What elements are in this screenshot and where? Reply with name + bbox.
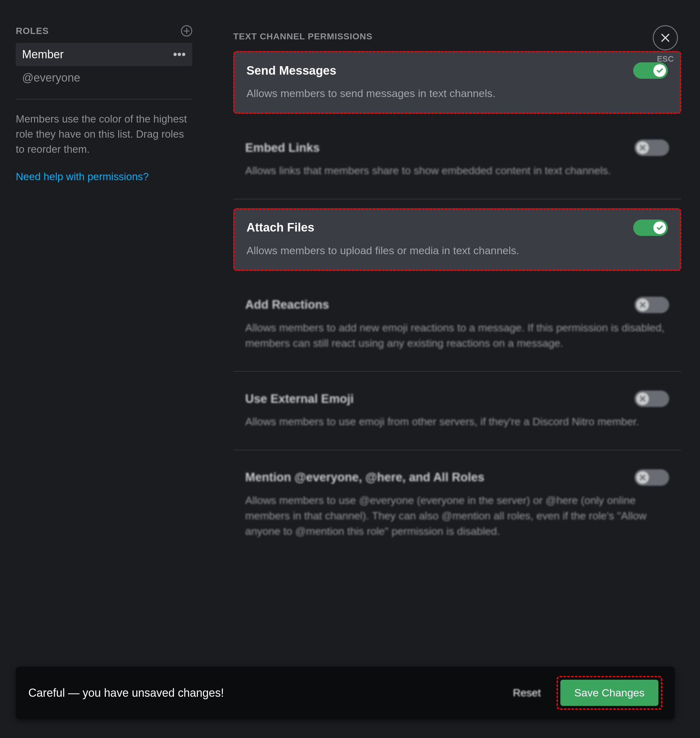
x-icon xyxy=(636,392,649,405)
add-role-icon[interactable] xyxy=(181,25,192,37)
permission-description: Allows links that members share to show … xyxy=(245,163,669,178)
permission-title: Add Reactions xyxy=(245,298,329,311)
divider xyxy=(16,99,192,100)
check-icon xyxy=(653,64,666,77)
permission-title: Attach Files xyxy=(247,221,314,234)
more-icon[interactable]: ••• xyxy=(173,48,186,61)
permission-mention-everyone: Mention @everyone, @here, and All RolesA… xyxy=(233,459,681,550)
divider xyxy=(233,371,681,372)
permission-title: Embed Links xyxy=(245,141,320,155)
sidebar-hint: Members use the color of the highest rol… xyxy=(16,112,192,157)
role-item-member[interactable]: Member ••• xyxy=(16,43,192,66)
permission-toggle[interactable] xyxy=(633,62,668,79)
permission-description: Allows members to upload files or media … xyxy=(247,243,668,258)
permission-description: Allows members to add new emoji reaction… xyxy=(245,320,669,351)
unsaved-changes-bar: Careful — you have unsaved changes! Rese… xyxy=(16,666,675,719)
permission-send-messages: Send MessagesAllows members to send mess… xyxy=(233,51,681,114)
permission-title: Send Messages xyxy=(247,64,336,78)
role-item-everyone[interactable]: @everyone xyxy=(16,66,192,89)
reset-button[interactable]: Reset xyxy=(513,687,541,699)
save-changes-button[interactable]: Save Changes xyxy=(560,680,659,706)
permission-description: Allows members to use emoji from other s… xyxy=(245,414,669,429)
permission-toggle[interactable] xyxy=(633,220,668,236)
save-button-highlight: Save Changes xyxy=(557,676,662,710)
permission-toggle[interactable] xyxy=(634,390,669,407)
check-icon xyxy=(653,222,666,234)
permissions-panel: TEXT CHANNEL PERMISSIONS Send MessagesAl… xyxy=(208,0,700,738)
permission-embed-links: Embed LinksAllows links that members sha… xyxy=(233,129,681,189)
permission-use-external-emoji: Use External EmojiAllows members to use … xyxy=(233,380,681,441)
roles-header-label: ROLES xyxy=(16,26,49,36)
permission-title: Mention @everyone, @here, and All Roles xyxy=(245,471,484,484)
close-button[interactable] xyxy=(653,25,678,50)
permission-toggle[interactable] xyxy=(634,139,669,156)
permission-description: Allows members to send messages in text … xyxy=(247,86,668,101)
section-label: TEXT CHANNEL PERMISSIONS xyxy=(233,31,681,41)
permission-add-reactions: Add ReactionsAllows members to add new e… xyxy=(233,287,681,362)
close-icon xyxy=(660,32,671,44)
roles-sidebar: ROLES Member ••• @everyone Members use t… xyxy=(0,0,208,738)
divider xyxy=(233,199,681,200)
permission-toggle[interactable] xyxy=(634,297,669,313)
permission-description: Allows members to use @everyone (everyon… xyxy=(245,493,669,539)
role-name: Member xyxy=(22,48,64,61)
x-icon xyxy=(636,141,649,154)
x-icon xyxy=(636,299,649,311)
permission-title: Use External Emoji xyxy=(245,392,354,406)
divider xyxy=(233,450,681,450)
permission-toggle[interactable] xyxy=(634,470,669,486)
permission-attach-files: Attach FilesAllows members to upload fil… xyxy=(233,208,681,271)
help-link[interactable]: Need help with permissions? xyxy=(16,171,149,182)
role-name: @everyone xyxy=(22,71,80,84)
unsaved-message: Careful — you have unsaved changes! xyxy=(28,686,513,700)
x-icon xyxy=(636,471,649,484)
esc-label: ESC xyxy=(653,54,678,64)
